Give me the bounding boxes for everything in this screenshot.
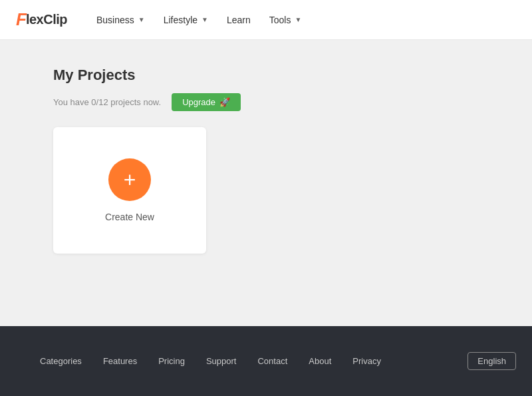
- projects-count-text: You have 0/12 projects now.: [53, 97, 161, 107]
- create-new-label: Create New: [105, 212, 154, 222]
- nav-item-tools[interactable]: Tools ▼: [261, 9, 310, 31]
- nav-label-learn: Learn: [227, 15, 251, 25]
- rocket-icon: 🚀: [219, 97, 230, 107]
- footer-link-privacy[interactable]: Privacy: [352, 356, 381, 366]
- footer-link-pricing[interactable]: Pricing: [158, 356, 185, 366]
- nav-label-lifestyle: Lifestyle: [164, 15, 198, 25]
- footer-link-support[interactable]: Support: [206, 356, 237, 366]
- page-title: My Projects: [53, 67, 479, 84]
- chevron-down-icon: ▼: [201, 16, 208, 23]
- create-plus-icon: +: [108, 158, 151, 201]
- footer-link-contact[interactable]: Contact: [257, 356, 287, 366]
- nav-item-lifestyle[interactable]: Lifestyle ▼: [156, 9, 216, 31]
- footer: Categories Features Pricing Support Cont…: [0, 326, 532, 396]
- footer-link-features[interactable]: Features: [103, 356, 137, 366]
- footer-link-categories[interactable]: Categories: [40, 356, 82, 366]
- nav-item-learn[interactable]: Learn: [219, 9, 259, 31]
- main-nav: Business ▼ Lifestyle ▼ Learn Tools ▼: [88, 9, 309, 31]
- upgrade-button[interactable]: Upgrade 🚀: [172, 93, 241, 111]
- upgrade-label: Upgrade: [182, 97, 215, 107]
- chevron-down-icon: ▼: [138, 16, 145, 23]
- footer-links: Categories Features Pricing Support Cont…: [40, 356, 492, 366]
- chevron-down-icon: ▼: [295, 16, 301, 23]
- projects-info-bar: You have 0/12 projects now. Upgrade 🚀: [53, 93, 479, 111]
- logo-f-letter: F: [16, 9, 26, 30]
- projects-grid: + Create New: [53, 127, 479, 254]
- nav-label-tools: Tools: [269, 15, 291, 25]
- header: F lexClip Business ▼ Lifestyle ▼ Learn T…: [0, 0, 532, 40]
- logo-clip-text: lexClip: [26, 12, 67, 27]
- create-new-card[interactable]: + Create New: [53, 127, 206, 254]
- footer-link-about[interactable]: About: [309, 356, 331, 366]
- main-content: My Projects You have 0/12 projects now. …: [0, 40, 532, 326]
- language-button[interactable]: English: [467, 352, 516, 370]
- logo[interactable]: F lexClip: [16, 9, 67, 30]
- nav-item-business[interactable]: Business ▼: [88, 9, 153, 31]
- nav-label-business: Business: [96, 15, 134, 25]
